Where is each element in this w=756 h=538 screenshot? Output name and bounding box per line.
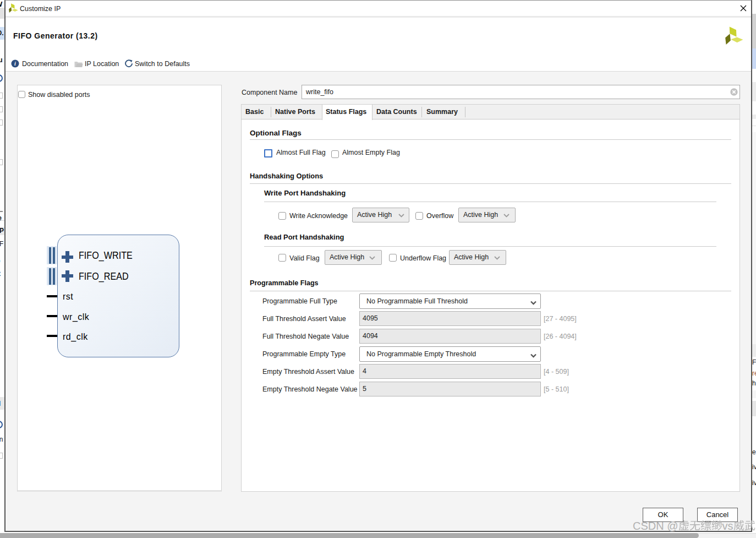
svg-text:i: i bbox=[14, 61, 16, 67]
